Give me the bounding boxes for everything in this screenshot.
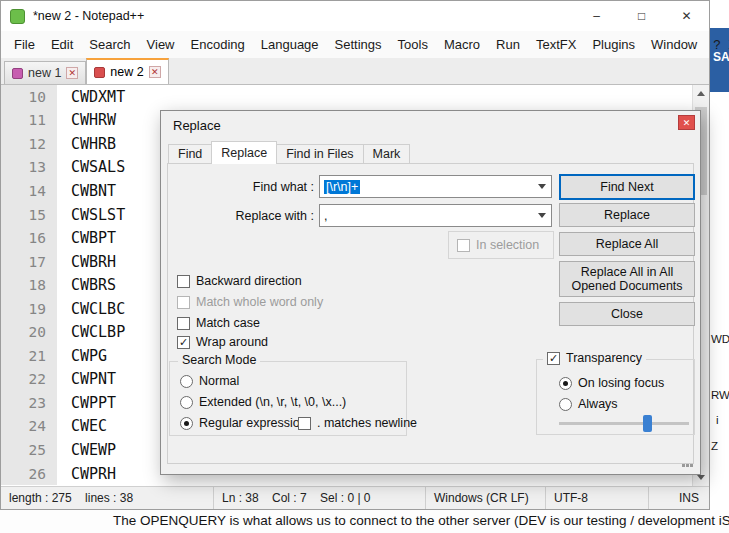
chevron-down-icon[interactable] (532, 176, 551, 197)
scroll-up-icon[interactable] (693, 85, 709, 102)
transparency-group: Transparency On losing focus Always (536, 359, 695, 435)
line-text[interactable]: CWSLST (57, 206, 125, 224)
tab-new-1[interactable]: new 1 (4, 61, 86, 84)
line-text[interactable]: CWBNT (57, 182, 116, 200)
tab-new-2[interactable]: new 2 (86, 58, 168, 84)
menu-item-view[interactable]: View (139, 33, 183, 56)
line-text[interactable]: CWEWP (57, 441, 116, 459)
line-number: 13 (1, 156, 57, 180)
menu-item-[interactable]: ? (705, 33, 728, 56)
line-text[interactable]: CWCLBP (57, 323, 125, 341)
line-text[interactable]: CWPPT (57, 394, 116, 412)
in-selection-checkbox[interactable]: In selection (457, 238, 553, 252)
normal-radio[interactable]: Normal (180, 374, 239, 388)
close-dialog-button[interactable]: Close (559, 302, 695, 326)
line-text[interactable]: CWEC (57, 417, 107, 435)
status-cursor-info: Ln : 38 Col : 7 Sel : 0 | 0 (213, 487, 425, 509)
minimize-button[interactable]: – (574, 1, 619, 31)
extended-radio[interactable]: Extended (\n, \r, \t, \0, \x...) (180, 395, 346, 409)
transparency-checkbox[interactable]: Transparency (543, 351, 646, 365)
line-text[interactable]: CWDXMT (57, 88, 125, 106)
status-insert-mode: INS (648, 487, 709, 509)
status-eol-format: Windows (CR LF) (425, 487, 545, 509)
notepadpp-icon (10, 9, 25, 24)
checkbox-checked-icon (177, 336, 190, 349)
menu-item-tools[interactable]: Tools (390, 33, 436, 56)
replace-all-button[interactable]: Replace All (559, 232, 695, 256)
background-page-strip: The OPENQUERY is what allows us to conne… (0, 510, 729, 533)
line-text[interactable]: CWBRH (57, 253, 116, 271)
radio-selected-icon (180, 417, 193, 430)
always-radio[interactable]: Always (559, 397, 618, 411)
line-text[interactable]: CWPG (57, 347, 107, 365)
menu-item-file[interactable]: File (6, 33, 43, 56)
line-number: 12 (1, 132, 57, 156)
unsaved-doc-icon (12, 68, 23, 79)
radio-icon (559, 398, 572, 411)
background-app-right-strip: SA WD RW i Z (710, 0, 729, 510)
unsaved-doc-icon (94, 67, 105, 78)
menu-item-textfx[interactable]: TextFX (528, 33, 584, 56)
backward-direction-checkbox[interactable]: Backward direction (177, 274, 302, 288)
menu-item-search[interactable]: Search (81, 33, 138, 56)
status-bar: length : 275 lines : 38 Ln : 38 Col : 7 … (1, 486, 709, 509)
on-losing-focus-radio[interactable]: On losing focus (559, 376, 664, 390)
tab-replace[interactable]: Replace (211, 141, 277, 164)
dialog-title: Replace (173, 118, 221, 133)
line-text[interactable]: CWBRS (57, 276, 116, 294)
replace-all-opened-button[interactable]: Replace All in All Opened Documents (559, 261, 695, 297)
dialog-close-icon[interactable] (678, 115, 695, 130)
line-text[interactable]: CWCLBC (57, 300, 125, 318)
chevron-down-icon[interactable] (532, 205, 551, 226)
close-button[interactable]: ✕ (664, 1, 709, 31)
menu-item-run[interactable]: Run (488, 33, 528, 56)
line-text[interactable]: CWSALS (57, 158, 125, 176)
line-number: 10 (1, 85, 57, 109)
find-what-input[interactable]: [\r\n]+ (319, 175, 552, 198)
radio-label: On losing focus (578, 376, 664, 390)
checkbox-label: . matches newline (317, 416, 417, 430)
replace-with-input[interactable]: , (319, 204, 552, 227)
match-whole-word-checkbox[interactable]: Match whole word only (177, 295, 323, 309)
checkbox-label: Match case (196, 316, 260, 330)
slider-thumb[interactable] (643, 415, 652, 432)
line-number: 17 (1, 250, 57, 274)
line-text[interactable]: CWPRH (57, 465, 116, 483)
tab-find-in-files[interactable]: Find in Files (276, 144, 363, 164)
regular-expression-radio[interactable]: Regular expression (180, 416, 307, 430)
menu-item-settings[interactable]: Settings (327, 33, 390, 56)
menu-item-plugins[interactable]: Plugins (584, 33, 643, 56)
line-number: 21 (1, 344, 57, 368)
match-case-checkbox[interactable]: Match case (177, 316, 260, 330)
replace-button[interactable]: Replace (559, 203, 695, 227)
line-number: 19 (1, 297, 57, 321)
menu-item-language[interactable]: Language (253, 33, 327, 56)
checkbox-label: Wrap around (196, 335, 268, 349)
line-number: 26 (1, 462, 57, 486)
line-number: 15 (1, 203, 57, 227)
line-text[interactable]: CWBPT (57, 229, 116, 247)
menu-item-window[interactable]: Window (643, 33, 705, 56)
background-page-text: The OPENQUERY is what allows us to conne… (113, 513, 729, 528)
maximize-button[interactable]: □ (619, 1, 664, 31)
wrap-around-checkbox[interactable]: Wrap around (177, 335, 268, 349)
menu-item-macro[interactable]: Macro (436, 33, 488, 56)
dialog-tab-strip: Find Replace Find in Files Mark (168, 141, 409, 164)
line-text[interactable]: CWPNT (57, 370, 116, 388)
tab-close-icon[interactable] (149, 66, 161, 78)
status-encoding: UTF-8 (545, 487, 648, 509)
menu-item-edit[interactable]: Edit (43, 33, 81, 56)
line-text[interactable]: CWHRW (57, 111, 116, 129)
tab-label: new 2 (110, 65, 143, 79)
line-text[interactable]: CWHRB (57, 135, 116, 153)
tab-close-icon[interactable] (66, 67, 78, 79)
matches-newline-checkbox[interactable]: . matches newline (298, 416, 417, 430)
line-number: 24 (1, 415, 57, 439)
transparency-slider[interactable] (559, 422, 689, 425)
tab-mark[interactable]: Mark (363, 144, 411, 164)
radio-label: Extended (\n, \r, \t, \0, \x...) (199, 395, 346, 409)
menu-item-encoding[interactable]: Encoding (183, 33, 253, 56)
find-next-button[interactable]: Find Next (559, 174, 695, 200)
tab-find[interactable]: Find (168, 144, 212, 164)
line-number: 18 (1, 273, 57, 297)
